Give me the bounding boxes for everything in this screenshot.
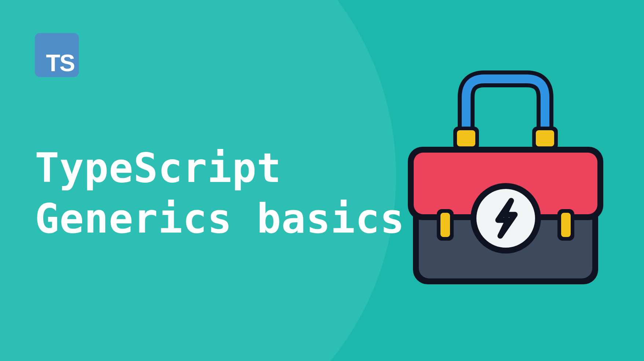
title-line-2: Generics basics <box>35 194 405 244</box>
svg-rect-1 <box>457 130 475 146</box>
svg-rect-3 <box>536 130 554 146</box>
typescript-logo: TS <box>35 33 79 77</box>
svg-rect-9 <box>440 213 450 237</box>
svg-rect-11 <box>561 213 571 237</box>
page-title: TypeScript Generics basics <box>35 143 405 244</box>
toolbox-icon <box>406 64 605 292</box>
typescript-logo-text: TS <box>46 51 74 75</box>
title-line-1: TypeScript <box>35 143 405 194</box>
